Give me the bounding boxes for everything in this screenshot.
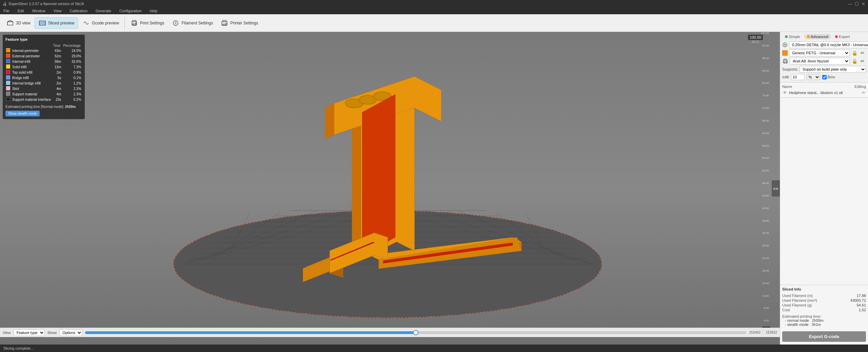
show-select[interactable]: Options bbox=[59, 329, 82, 336]
sliced-title: Sliced Info bbox=[782, 287, 866, 291]
legend-row: Solid infill 13m 7.3% bbox=[5, 64, 82, 70]
legend-color-box bbox=[6, 48, 10, 52]
panel-collapse-button[interactable]: «» bbox=[772, 180, 780, 197]
sliced-row-label: Cost bbox=[782, 308, 790, 312]
minimize-button[interactable]: — bbox=[848, 1, 852, 6]
svg-marker-1 bbox=[7, 20, 13, 22]
supports-select[interactable]: Support on build plate only bbox=[800, 66, 866, 73]
printer-profile-select[interactable]: Anet A8 .6mm Nozzel bbox=[790, 58, 850, 64]
svg-point-17 bbox=[226, 23, 227, 24]
filament-settings-button[interactable]: Filament Settings bbox=[168, 18, 216, 29]
menu-configuration[interactable]: Configuration bbox=[117, 8, 143, 14]
legend-table: Time Percentage Internal perimeter 43m 2… bbox=[5, 43, 82, 102]
printer-settings-button[interactable]: Printer Settings bbox=[217, 18, 261, 29]
object-edit-button[interactable]: ✏ bbox=[862, 90, 865, 95]
menu-edit[interactable]: Edit bbox=[16, 8, 26, 14]
export-gcode-button[interactable]: Export G-code bbox=[782, 331, 866, 342]
printing-time-label: Estimated printing time [Normal mode]: bbox=[5, 105, 64, 109]
print-profile-select[interactable]: 0.20mm DETAIL @0.6 nozzle MK3 - Universa… bbox=[789, 41, 868, 48]
sliced-row-value: 17.88 bbox=[856, 294, 866, 298]
3d-view-button[interactable]: 3D view bbox=[3, 18, 34, 29]
objects-section: Name Editing 👁 Hedphone stand... bbotom … bbox=[780, 82, 868, 98]
svg-rect-0 bbox=[7, 22, 13, 25]
printer-settings-label: Printer Settings bbox=[230, 21, 258, 25]
legend-color-cell bbox=[5, 59, 11, 64]
expert-mode-tab[interactable]: Expert bbox=[832, 34, 852, 39]
progress-min-value: 153463 bbox=[749, 331, 760, 334]
legend-name-cell: Support material interface bbox=[11, 97, 52, 102]
legend-row: Internal bridge infill 2m 1.2% bbox=[5, 80, 82, 86]
printer-profile-edit-button[interactable]: ✏ bbox=[859, 58, 866, 64]
legend-pct-cell: 0.9% bbox=[62, 70, 82, 75]
view-area[interactable]: Feature type Time Percentage Internal pe… bbox=[0, 32, 780, 345]
maximize-button[interactable]: ☐ bbox=[855, 1, 859, 6]
legend-pct-cell: 1.2% bbox=[62, 80, 82, 86]
sliced-row-label: Used Filament (m) bbox=[782, 294, 813, 298]
infill-unit-select[interactable]: % bbox=[807, 74, 820, 80]
sliced-preview-button[interactable]: Sliced preview bbox=[35, 17, 78, 29]
est-stealth-value: 3h1m bbox=[812, 322, 821, 327]
expert-mode-dot bbox=[835, 35, 838, 38]
menu-view[interactable]: View bbox=[52, 8, 64, 14]
app-title: SuperSlicer 2.3.57 a flavored version of… bbox=[8, 2, 84, 6]
print-profile-icon bbox=[782, 42, 788, 48]
layer-progress-bar[interactable] bbox=[85, 331, 746, 334]
view-select[interactable]: Feature type bbox=[14, 329, 45, 336]
expert-mode-label: Expert bbox=[839, 35, 850, 39]
legend-pct-cell: 32.6% bbox=[62, 59, 82, 64]
filament-profile-select[interactable]: Generic PETG - Universal bbox=[789, 50, 850, 56]
svg-rect-16 bbox=[223, 24, 226, 25]
svg-marker-59 bbox=[362, 94, 395, 255]
infill-input[interactable] bbox=[791, 74, 805, 80]
legend-time-cell: 2m bbox=[52, 80, 62, 86]
printer-settings-icon bbox=[220, 19, 229, 27]
menu-window[interactable]: Window bbox=[30, 8, 47, 14]
menu-generate[interactable]: Generate bbox=[94, 8, 113, 14]
3d-view-icon bbox=[6, 19, 14, 27]
legend-col-time: Time bbox=[52, 43, 62, 48]
simple-mode-tab[interactable]: Simple bbox=[782, 34, 803, 39]
sliced-preview-label: Sliced preview bbox=[48, 21, 74, 25]
menu-help[interactable]: Help bbox=[147, 8, 159, 14]
legend-color-box bbox=[6, 75, 10, 79]
filament-settings-icon bbox=[172, 19, 180, 27]
legend-color-cell bbox=[5, 48, 11, 53]
objects-header: Name Editing bbox=[782, 84, 866, 89]
advanced-mode-tab[interactable]: Advanced bbox=[804, 34, 831, 39]
spacer bbox=[780, 98, 868, 285]
object-visibility-button[interactable]: 👁 bbox=[783, 90, 787, 95]
printer-profile-lock-button[interactable]: 🔒 bbox=[851, 58, 858, 64]
print-settings-button[interactable]: Print Settings bbox=[127, 18, 167, 29]
stealth-mode-button[interactable]: Show stealth mode bbox=[5, 111, 40, 116]
legend-pct-cell: 0.1% bbox=[62, 75, 82, 80]
legend-pct-cell: 24.0% bbox=[62, 48, 82, 53]
mode-tabs: Simple Advanced Expert bbox=[782, 34, 866, 39]
status-text: Slicing complete... bbox=[3, 346, 34, 350]
legend-color-box bbox=[6, 97, 10, 101]
progress-thumb[interactable] bbox=[413, 330, 418, 335]
sliced-row-value: 1.52 bbox=[859, 308, 866, 312]
legend-color-cell bbox=[5, 70, 11, 75]
menu-calibration[interactable]: Calibration bbox=[67, 8, 90, 14]
legend-color-box bbox=[6, 54, 10, 58]
legend-time-cell: 52m bbox=[52, 53, 62, 59]
brim-checkbox[interactable] bbox=[822, 75, 827, 79]
gcode-preview-button[interactable]: Gcode preview bbox=[79, 18, 122, 29]
sliced-info-row: Used Filament (m)17.88 bbox=[782, 293, 866, 298]
filament-profile-lock-button[interactable]: 🔒 bbox=[851, 50, 858, 56]
legend-time-cell: 43m bbox=[52, 48, 62, 53]
legend-row: Bridge infill 5s 0.1% bbox=[5, 75, 82, 80]
legend-color-box bbox=[6, 70, 10, 74]
legend-row: Internal perimeter 43m 24.0% bbox=[5, 48, 82, 53]
est-normal-label: - normal mode bbox=[785, 318, 809, 322]
legend-pct-cell: 7.3% bbox=[62, 64, 82, 70]
legend-pct-cell: 2.3% bbox=[62, 91, 82, 97]
legend-col-name bbox=[5, 43, 52, 48]
printing-time-value: 2h59m bbox=[65, 105, 76, 109]
filament-profile-edit-button[interactable]: ✏ bbox=[859, 50, 866, 56]
legend-footer: Estimated printing time [Normal mode]: 2… bbox=[5, 105, 82, 109]
sliced-row-label: Used Filament (g) bbox=[782, 303, 812, 307]
close-button[interactable]: ✕ bbox=[862, 1, 865, 6]
title-bar-left: 🖨 SuperSlicer 2.3.57 a flavored version … bbox=[3, 1, 84, 6]
menu-file[interactable]: File bbox=[1, 8, 12, 14]
